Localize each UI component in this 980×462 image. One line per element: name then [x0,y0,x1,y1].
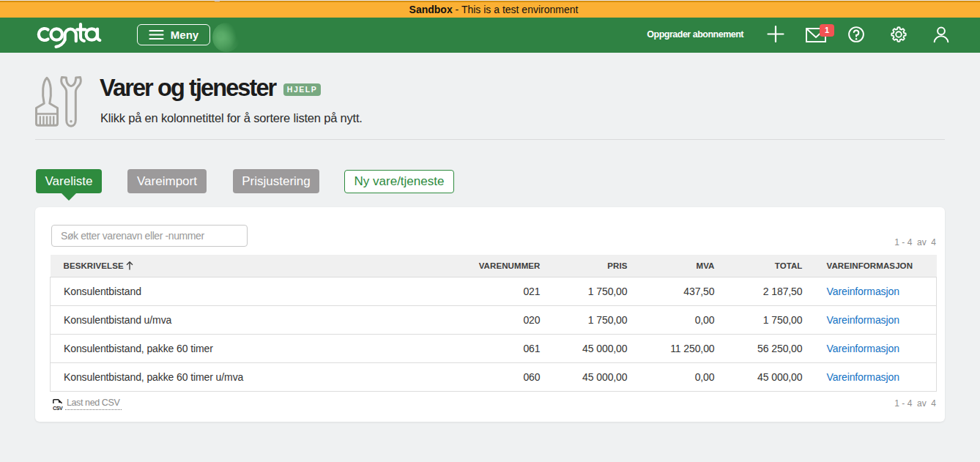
svg-text:CSV: CSV [53,406,63,411]
